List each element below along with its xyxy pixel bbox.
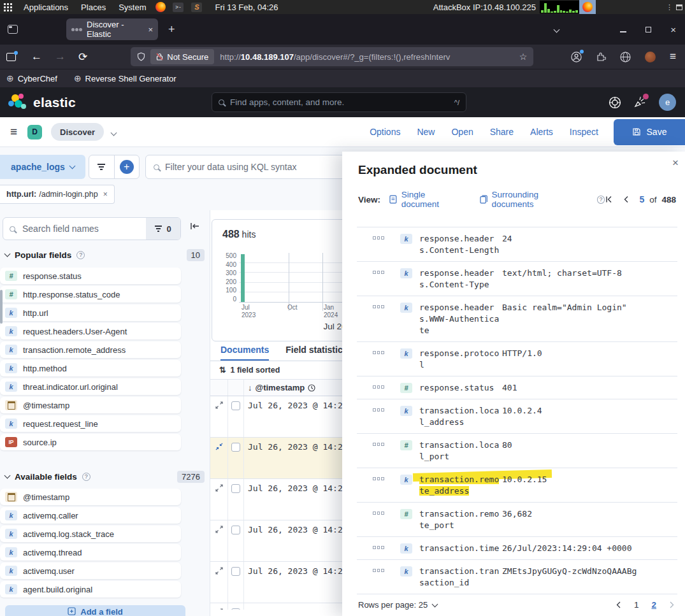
global-search-bar[interactable]: Find apps, content, and more. ^/ bbox=[212, 92, 466, 112]
histogram-bar[interactable] bbox=[241, 254, 245, 302]
field-row[interactable]: # transaction.local_port 80 bbox=[357, 434, 677, 468]
bookmark-star-icon[interactable]: ☆ bbox=[519, 52, 528, 62]
new-link[interactable]: New bbox=[417, 127, 435, 137]
open-link[interactable]: Open bbox=[451, 127, 473, 137]
field-item[interactable]: @timestamp bbox=[0, 397, 181, 413]
available-fields-header[interactable]: Available fields ? 7276 bbox=[5, 470, 205, 483]
field-row[interactable]: k transaction.transaction_id ZMEtsJpyGUG… bbox=[357, 560, 677, 594]
field-item[interactable]: kactivemq.caller bbox=[0, 507, 181, 524]
alerts-link[interactable]: Alerts bbox=[530, 127, 553, 137]
field-item[interactable]: kthreat.indicator.url.original bbox=[0, 378, 181, 395]
help-icon[interactable] bbox=[609, 96, 621, 109]
tab-documents[interactable]: Documents bbox=[220, 345, 269, 361]
collapse-sidebar-icon[interactable] bbox=[190, 222, 201, 231]
close-flyout-icon[interactable]: × bbox=[672, 157, 679, 169]
globe-icon[interactable] bbox=[620, 52, 631, 62]
elastic-logo[interactable] bbox=[8, 93, 27, 112]
saved-query-filter-button[interactable] bbox=[89, 155, 114, 178]
row-checkbox[interactable] bbox=[231, 526, 240, 534]
row-actions[interactable] bbox=[373, 474, 400, 497]
sidebar-scrollbar[interactable] bbox=[0, 290, 3, 324]
rows-per-page-button[interactable]: Rows per page: 25 bbox=[358, 600, 437, 610]
row-actions[interactable] bbox=[373, 508, 400, 531]
menu-system[interactable]: System bbox=[112, 3, 152, 12]
share-link[interactable]: Share bbox=[490, 127, 514, 137]
save-button[interactable]: Save bbox=[614, 119, 685, 145]
kql-search-input[interactable]: Filter your data using KQL syntax bbox=[145, 155, 357, 179]
expand-row-icon[interactable] bbox=[215, 401, 223, 409]
desktop-clock[interactable]: Fri 13 Feb, 04:26 bbox=[215, 3, 278, 12]
options-link[interactable]: Options bbox=[370, 127, 400, 137]
field-row-highlighted[interactable]: k transaction.remote_address 10.0.2.15 bbox=[357, 468, 677, 503]
tab-field-statistics[interactable]: Field statistics bbox=[285, 345, 347, 361]
new-tab-button[interactable]: + bbox=[168, 23, 175, 36]
previous-page-icon[interactable] bbox=[616, 601, 621, 608]
window-maximize-button[interactable] bbox=[645, 27, 651, 32]
add-filter-button[interactable]: + bbox=[114, 155, 140, 178]
page-1-button[interactable]: 1 bbox=[634, 600, 639, 610]
tab-close-icon[interactable]: × bbox=[148, 25, 153, 34]
field-filter-button[interactable]: 0 bbox=[146, 218, 180, 240]
field-row[interactable]: k response.headers.Content-Type text/htm… bbox=[357, 262, 677, 296]
breadcrumb[interactable]: Discover bbox=[51, 123, 104, 141]
field-item[interactable]: @timestamp bbox=[0, 489, 181, 505]
field-row[interactable]: # response.status 401 bbox=[357, 376, 677, 399]
field-row[interactable]: k transaction.time 26/Jul/2023:14:29:04 … bbox=[357, 537, 677, 560]
field-row[interactable]: k response.headers.Content-Length 24 bbox=[357, 227, 677, 262]
shield-icon[interactable] bbox=[137, 52, 145, 61]
sublime-launcher-icon[interactable]: S bbox=[191, 3, 202, 12]
menu-places[interactable]: Places bbox=[75, 3, 112, 12]
field-item[interactable]: krequest.headers.User-Agent bbox=[0, 323, 181, 340]
tray-overflow[interactable]: ⋮ bbox=[666, 3, 682, 11]
help-icon[interactable]: ? bbox=[597, 196, 605, 204]
url-bar[interactable]: Not Secure http://10.48.189.107/app/disc… bbox=[131, 47, 533, 66]
dots-icon[interactable]: ⋮ bbox=[666, 3, 673, 11]
sorted-fields-button[interactable]: ⇅ 1 field sorted bbox=[219, 365, 280, 375]
collapse-row-icon[interactable] bbox=[215, 443, 223, 450]
field-item[interactable]: kactivemq.user bbox=[0, 562, 181, 579]
field-item[interactable]: krequest.request_line bbox=[0, 415, 181, 432]
first-page-icon[interactable] bbox=[605, 196, 612, 203]
field-row[interactable]: k response.headers.WWW-Authenticate Basi… bbox=[357, 296, 677, 342]
account-icon[interactable] bbox=[571, 52, 582, 62]
field-item[interactable]: #response.status bbox=[0, 268, 181, 284]
field-row[interactable]: k transaction.local_address 10.0.2.4 bbox=[357, 399, 677, 434]
field-item[interactable]: kactivemq.log.stack_trace bbox=[0, 526, 181, 542]
add-field-button[interactable]: Add a field bbox=[5, 605, 185, 616]
single-document-link[interactable]: Single document bbox=[389, 190, 465, 209]
firefox-launcher-icon[interactable] bbox=[155, 2, 166, 12]
data-view-selector[interactable]: apache_logs bbox=[0, 155, 85, 179]
sort-desc-icon[interactable]: ↓ bbox=[248, 383, 252, 392]
page-2-button[interactable]: 2 bbox=[651, 600, 656, 610]
field-item[interactable]: kagent.build.original bbox=[0, 581, 181, 598]
popular-fields-header[interactable]: Popular fields ? 10 bbox=[5, 248, 205, 261]
surrounding-documents-link[interactable]: Surrounding documents bbox=[480, 190, 582, 209]
kibana-menu-icon[interactable]: ≡ bbox=[10, 125, 17, 139]
system-monitor-graph[interactable] bbox=[540, 1, 579, 13]
row-checkbox[interactable] bbox=[231, 484, 240, 493]
previous-page-icon[interactable] bbox=[623, 196, 629, 203]
profile-avatar[interactable] bbox=[645, 52, 656, 62]
back-button[interactable]: ← bbox=[31, 50, 42, 63]
field-row[interactable]: # transaction.remote_port 36,682 bbox=[357, 503, 677, 537]
row-checkbox[interactable] bbox=[231, 608, 240, 610]
field-item[interactable]: khttp.url bbox=[0, 304, 181, 321]
forward-button[interactable]: → bbox=[55, 50, 66, 63]
expand-row-icon[interactable] bbox=[215, 567, 223, 575]
field-item[interactable]: ktransaction.remote_address bbox=[0, 341, 181, 358]
workspace-icon[interactable] bbox=[676, 4, 682, 10]
not-secure-chip[interactable]: Not Secure bbox=[150, 49, 214, 64]
expand-row-icon[interactable] bbox=[215, 484, 223, 492]
extensions-icon[interactable] bbox=[596, 52, 606, 62]
row-actions[interactable] bbox=[373, 348, 400, 371]
field-item[interactable]: #http.response.status_code bbox=[0, 286, 181, 303]
breadcrumb-chevron-icon[interactable] bbox=[112, 126, 116, 138]
row-actions[interactable] bbox=[373, 543, 400, 554]
row-actions[interactable] bbox=[373, 405, 400, 428]
whats-new-icon[interactable] bbox=[634, 96, 646, 108]
firefox-taskbar-button[interactable] bbox=[579, 0, 596, 14]
browser-window-icon[interactable] bbox=[6, 53, 16, 61]
reload-button[interactable]: ⟳ bbox=[78, 50, 87, 64]
timestamp-column-header[interactable]: ↓ @timestamp bbox=[244, 380, 315, 396]
window-close-button[interactable]: × bbox=[670, 27, 676, 32]
